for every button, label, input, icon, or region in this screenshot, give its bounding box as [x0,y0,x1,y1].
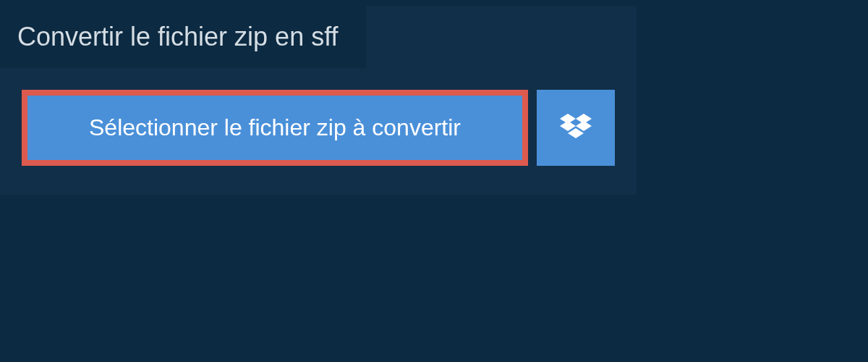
dropbox-button[interactable] [537,90,615,166]
conversion-panel: Convertir le fichier zip en sff Sélectio… [0,6,637,195]
button-row: Sélectionner le fichier zip à convertir [0,68,637,195]
page-title: Convertir le fichier zip en sff [17,22,339,52]
tab-header: Convertir le fichier zip en sff [0,6,366,68]
dropbox-icon [560,114,592,143]
select-file-button[interactable]: Sélectionner le fichier zip à convertir [22,90,528,166]
select-file-label: Sélectionner le fichier zip à convertir [89,114,461,141]
